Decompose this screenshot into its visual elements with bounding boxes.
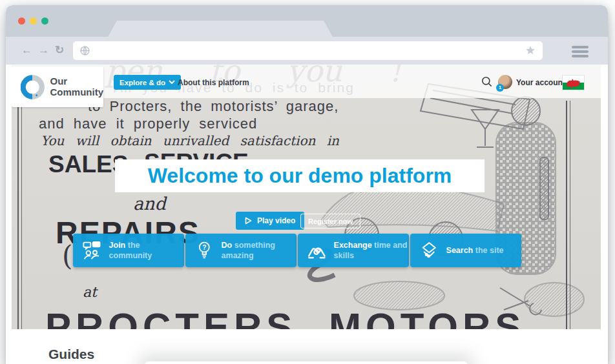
- zoom-window-button[interactable]: [41, 17, 48, 25]
- hero-card-row: Join the community ? Do something amazin…: [73, 234, 521, 267]
- handshake-icon: [419, 240, 440, 261]
- ad-frame-left: [17, 101, 22, 329]
- logo-text: Our Community: [50, 76, 104, 97]
- lightbulb-icon: ?: [194, 240, 215, 261]
- avatar[interactable]: 1: [498, 75, 512, 89]
- forward-arrow-icon[interactable]: →: [38, 43, 49, 58]
- play-video-button[interactable]: Play video: [236, 212, 304, 230]
- welsh-flag-icon[interactable]: [563, 76, 584, 90]
- globe-icon: [79, 45, 90, 59]
- guides-card-shadow: [145, 361, 468, 364]
- register-now-button[interactable]: Register now: [300, 214, 360, 228]
- hero-title-box: Welcome to our demo platform: [115, 159, 485, 192]
- bookmark-star-icon[interactable]: [525, 45, 536, 58]
- browser-window: ← → ↻: [6, 5, 608, 364]
- search-icon[interactable]: [481, 76, 493, 90]
- hero-illustration: [283, 83, 593, 329]
- your-account-label: Your account: [516, 78, 565, 87]
- play-video-label: Play video: [257, 216, 295, 225]
- page-title: Welcome to our demo platform: [148, 164, 452, 188]
- card-label: Join the community: [109, 240, 184, 261]
- community-ring-icon: [21, 74, 45, 100]
- do-something-card[interactable]: ? Do something amazing: [185, 234, 297, 267]
- hero-banner: pen to you ! All you have to do is to br…: [12, 65, 601, 329]
- card-label: Exchange time and skills: [334, 240, 409, 261]
- ad-word-and: and: [133, 194, 166, 214]
- browser-toolbar: ← → ↻: [6, 37, 608, 65]
- ad-parenthesis: (: [62, 240, 72, 272]
- ad-word-at: at: [83, 284, 97, 300]
- back-arrow-icon[interactable]: ←: [21, 43, 32, 58]
- svg-text:?: ?: [202, 243, 206, 250]
- card-label: Do something amazing: [222, 240, 297, 261]
- explore-and-do-button[interactable]: Explore & do: [114, 75, 181, 90]
- explore-and-do-label: Explore & do: [120, 79, 165, 86]
- play-icon: [245, 217, 252, 225]
- exchange-skills-card[interactable]: Exchange time and skills: [298, 234, 409, 267]
- window-controls: [18, 17, 48, 25]
- arm-clasp-icon: [306, 240, 328, 261]
- ad-line: and have it properly serviced: [39, 116, 257, 132]
- browser-titlebar: [6, 5, 608, 37]
- url-input[interactable]: [95, 41, 515, 60]
- close-window-button[interactable]: [18, 17, 25, 25]
- notification-badge: 1: [496, 84, 504, 92]
- page-viewport: pen to you ! All you have to do is to br…: [6, 65, 608, 364]
- about-this-platform-link[interactable]: About this platform: [178, 78, 249, 87]
- card-label: Search the site: [446, 245, 521, 256]
- menu-hamburger-icon[interactable]: [572, 46, 589, 57]
- search-site-card[interactable]: Search the site: [410, 234, 521, 267]
- guides-heading: Guides: [48, 347, 94, 362]
- chevron-down-icon: [169, 80, 175, 85]
- refresh-icon[interactable]: ↻: [55, 43, 64, 58]
- site-logo[interactable]: Our Community: [12, 66, 103, 107]
- community-chat-icon: [81, 240, 103, 261]
- browser-tab[interactable]: [108, 21, 333, 37]
- address-bar[interactable]: [73, 41, 543, 60]
- join-community-card[interactable]: Join the community: [73, 234, 184, 267]
- minimize-window-button[interactable]: [30, 17, 37, 25]
